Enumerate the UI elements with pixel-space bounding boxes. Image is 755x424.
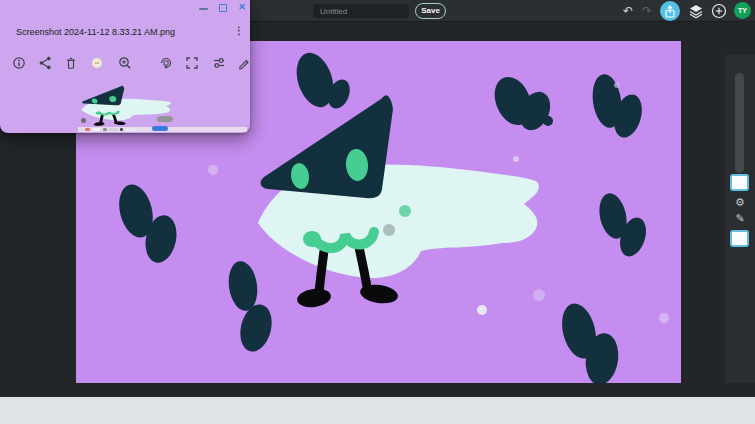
close-icon[interactable]: ✕ bbox=[236, 1, 248, 13]
preview-dot bbox=[81, 118, 86, 123]
shelf: desk 2 ‹ › bbox=[0, 397, 755, 424]
new-drawing-icon[interactable] bbox=[711, 3, 727, 19]
resize-icon[interactable] bbox=[185, 56, 199, 70]
undo-icon[interactable]: ↶ bbox=[620, 3, 636, 19]
share-icon[interactable] bbox=[38, 56, 52, 70]
gallery-file-title: Screenshot 2024-11-12 8.33.21 AM.png bbox=[16, 27, 175, 37]
annotate-pen-icon[interactable] bbox=[237, 56, 251, 70]
crop-rotate-icon[interactable] bbox=[159, 56, 173, 70]
layers-icon[interactable] bbox=[688, 3, 704, 19]
color-swatch-top[interactable] bbox=[730, 174, 749, 191]
preview-gray-pill bbox=[157, 116, 173, 122]
zoom-out-icon[interactable] bbox=[90, 56, 104, 70]
save-button[interactable]: Save bbox=[415, 3, 446, 19]
brush-size-slider[interactable] bbox=[735, 73, 744, 173]
account-avatar[interactable]: TY bbox=[734, 2, 751, 19]
export-button[interactable] bbox=[660, 1, 680, 21]
preview-blue-pill bbox=[152, 126, 168, 131]
more-options-icon[interactable]: ⋮ bbox=[233, 25, 245, 39]
zoom-in-icon[interactable] bbox=[118, 56, 132, 70]
gallery-window: ✕ Screenshot 2024-11-12 8.33.21 AM.png ⋮ bbox=[0, 0, 250, 133]
redo-icon[interactable]: ↷ bbox=[639, 3, 655, 19]
info-icon[interactable] bbox=[12, 56, 26, 70]
delete-icon[interactable] bbox=[64, 56, 78, 70]
cat-character bbox=[258, 95, 539, 309]
bottom-strip bbox=[0, 383, 755, 397]
minimize-icon[interactable] bbox=[199, 8, 208, 10]
upload-icon bbox=[664, 5, 676, 18]
adjustments-icon[interactable] bbox=[212, 56, 226, 70]
drawing-name-input[interactable] bbox=[313, 4, 409, 18]
color-swatch-bottom[interactable] bbox=[730, 230, 749, 247]
settings-gear-icon[interactable]: ⚙ bbox=[731, 195, 749, 210]
maximize-icon[interactable] bbox=[219, 4, 227, 12]
edit-pen-icon[interactable]: ✎ bbox=[731, 211, 749, 226]
desktop: ⚙ ✎ Save ↶ ↷ bbox=[0, 0, 755, 424]
